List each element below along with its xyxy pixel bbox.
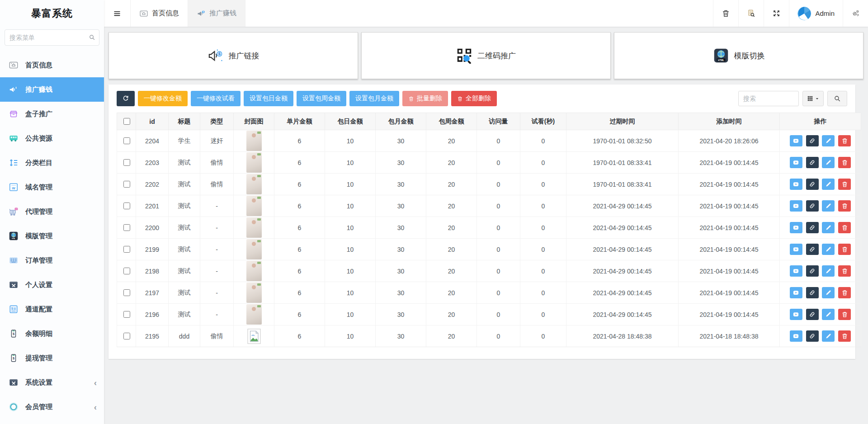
sidebar-item[interactable]: 个人设置 ‹ [0,273,104,297]
play-button[interactable] [790,330,802,342]
sidebar-item[interactable]: 首页信息 ‹ [0,53,104,77]
search-button[interactable] [827,91,847,106]
play-button[interactable] [790,200,802,212]
cell-preview-seconds: 0 [520,239,566,260]
cover-thumbnail[interactable] [246,174,262,194]
row-checkbox[interactable] [123,159,130,166]
set-day-price-button[interactable]: 设置包日金额 [244,91,293,106]
cover-thumbnail[interactable] [246,304,262,325]
menu-search-input[interactable] [5,29,99,46]
edit-button[interactable] [822,244,835,255]
row-checkbox[interactable] [123,333,130,339]
delete-button[interactable] [838,265,851,277]
card-qrcode-promo[interactable]: 二维码推广 [361,32,611,79]
sidebar-item[interactable]: 会员管理 ‹ [0,395,104,419]
bulk-edit-amount-button[interactable]: 一键修改金额 [138,91,188,106]
delete-button[interactable] [838,157,851,168]
delete-button[interactable] [838,135,851,146]
fullscreen-button[interactable] [764,0,789,27]
row-checkbox[interactable] [123,137,130,144]
link-button[interactable] [806,287,819,298]
sidebar-item[interactable]: 系统设置 ‹ [0,370,104,395]
delete-button[interactable] [838,244,851,255]
columns-toggle-button[interactable] [802,91,824,106]
menu-toggle-button[interactable] [104,0,130,27]
play-button[interactable] [790,135,802,146]
tab-home-info[interactable]: 首页信息 [130,0,188,27]
play-button[interactable] [790,309,802,320]
row-checkbox[interactable] [123,203,130,209]
link-button[interactable] [806,265,819,277]
edit-button[interactable] [822,287,835,298]
refresh-button[interactable] [117,91,135,106]
broken-image-icon[interactable] [247,329,261,344]
link-button[interactable] [806,135,819,146]
log-search-button[interactable] [738,0,764,27]
edit-button[interactable] [822,309,835,320]
edit-button[interactable] [822,135,835,146]
table-search-input[interactable] [738,91,799,106]
sidebar-item[interactable]: w 域名管理 ‹ [0,175,104,199]
sidebar-item[interactable]: 订单管理 ‹ [0,248,104,273]
cover-thumbnail[interactable] [246,239,262,259]
delete-button[interactable] [838,179,851,190]
link-button[interactable] [806,179,819,190]
row-checkbox[interactable] [123,268,130,274]
cover-thumbnail[interactable] [246,152,262,173]
link-button[interactable] [806,244,819,255]
link-button[interactable] [806,157,819,168]
row-checkbox[interactable] [123,181,130,188]
delete-button[interactable] [838,330,851,342]
row-checkbox[interactable] [123,246,130,253]
sidebar-item[interactable]: 公共资源 ‹ [0,126,104,151]
play-button[interactable] [790,179,802,190]
delete-button[interactable] [838,287,851,298]
bulk-edit-preview-button[interactable]: 一键修改试看 [191,91,241,106]
sidebar-item[interactable]: $ 推广赚钱 ‹ [0,77,104,102]
sidebar-item[interactable]: $ 通道配置 ‹ [0,297,104,321]
user-menu[interactable]: Admin [789,0,843,27]
sidebar-item[interactable]: HTML 模版管理 ‹ [0,224,104,248]
delete-all-button[interactable]: 全部删除 [451,91,497,106]
link-button[interactable] [806,309,819,320]
sidebar-item[interactable]: $ 提现管理 ‹ [0,346,104,370]
link-button[interactable] [806,200,819,212]
delete-button[interactable] [838,309,851,320]
edit-button[interactable] [822,157,835,168]
batch-delete-button[interactable]: 批量删除 [402,91,448,106]
row-checkbox[interactable] [123,289,130,296]
settings-button[interactable] [843,0,868,27]
sidebar-item[interactable]: 代理管理 ‹ [0,199,104,224]
set-month-price-button[interactable]: 设置包月金额 [349,91,399,106]
card-template-switch[interactable]: HTML 模版切换 [614,32,863,79]
cover-thumbnail[interactable] [246,131,262,151]
row-checkbox[interactable] [123,224,130,231]
edit-button[interactable] [822,265,835,277]
play-button[interactable] [790,222,802,233]
link-button[interactable] [806,222,819,233]
sidebar-item[interactable]: 分类栏目 ‹ [0,151,104,175]
link-button[interactable] [806,330,819,342]
play-button[interactable] [790,157,802,168]
sidebar-item[interactable]: $ 余额明细 ‹ [0,321,104,346]
select-all-checkbox[interactable] [123,118,130,125]
delete-button[interactable] [838,222,851,233]
play-button[interactable] [790,265,802,277]
cover-thumbnail[interactable] [246,283,262,303]
play-button[interactable] [790,287,802,298]
edit-button[interactable] [822,179,835,190]
cover-thumbnail[interactable] [246,261,262,281]
set-week-price-button[interactable]: 设置包周金额 [297,91,346,106]
edit-button[interactable] [822,200,835,212]
clear-cache-button[interactable] [713,0,738,27]
edit-button[interactable] [822,330,835,342]
row-checkbox[interactable] [123,311,130,318]
play-button[interactable] [790,244,802,255]
cover-thumbnail[interactable] [246,217,262,238]
card-promo-link[interactable]: $ 推广链接 [108,32,358,79]
delete-button[interactable] [838,200,851,212]
tab-promo-earn[interactable]: $ 推广赚钱 [188,0,245,27]
sidebar-item[interactable]: 盒子推广 ‹ [0,102,104,126]
edit-button[interactable] [822,222,835,233]
cover-thumbnail[interactable] [246,196,262,216]
